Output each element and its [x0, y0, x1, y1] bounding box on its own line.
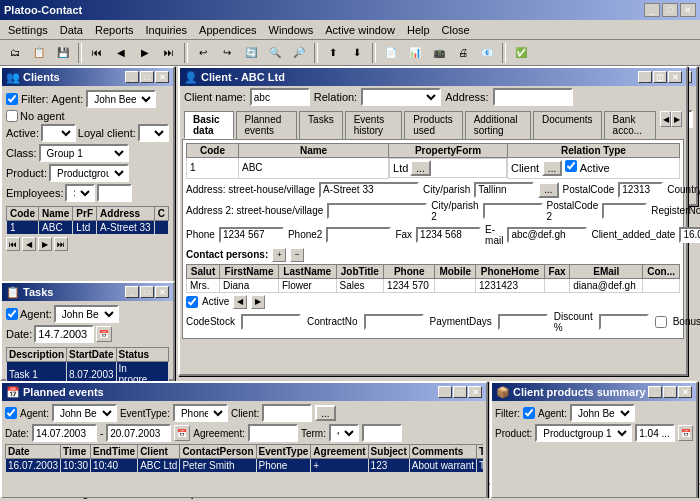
client-address-filter[interactable] — [493, 88, 573, 106]
planned-eventtype-select[interactable]: Phone — [173, 404, 228, 422]
scroll-left[interactable]: ◀ — [233, 295, 247, 309]
menu-settings[interactable]: Settings — [2, 22, 54, 38]
toolbar-btn-19[interactable]: 📧 — [476, 42, 498, 64]
active-checkbox[interactable] — [565, 160, 577, 172]
toolbar-btn-14[interactable]: ⬇ — [346, 42, 368, 64]
tasks-close[interactable]: ✕ — [155, 286, 169, 298]
planned-filter-checkbox[interactable] — [5, 407, 17, 419]
address2-input[interactable] — [327, 203, 427, 219]
toolbar-btn-17[interactable]: 📠 — [428, 42, 450, 64]
tabs-scroll-left[interactable]: ◀ — [660, 111, 671, 127]
menu-inquiries[interactable]: Inquiries — [140, 22, 194, 38]
nav-last[interactable]: ⏭ — [54, 237, 68, 251]
toolbar-btn-20[interactable]: ✅ — [510, 42, 532, 64]
minimize-button[interactable]: _ — [644, 3, 660, 17]
products-agent-select[interactable]: John Bee — [570, 404, 635, 422]
nav-prev[interactable]: ◀ — [22, 237, 36, 251]
planned-term-input[interactable] — [362, 424, 402, 442]
phone-input[interactable] — [219, 227, 284, 243]
products-date-input[interactable] — [635, 424, 675, 442]
active-select[interactable] — [41, 124, 76, 142]
planned-date-picker[interactable]: 📅 — [174, 425, 190, 441]
tasks-agent-select[interactable]: John Bee — [54, 305, 119, 323]
client-close[interactable]: ✕ — [668, 71, 682, 83]
planned-minimize[interactable]: _ — [438, 386, 452, 398]
tab-planned-events[interactable]: Planned events — [236, 111, 298, 139]
employees-input[interactable] — [97, 184, 132, 202]
tab-products-used[interactable]: Products used — [404, 111, 462, 139]
postal2-input[interactable] — [602, 203, 647, 219]
discount-input[interactable] — [599, 314, 649, 330]
tasks-date-picker[interactable]: 📅 — [96, 326, 112, 342]
products-close[interactable]: ✕ — [678, 386, 692, 398]
propform-btn[interactable]: ... — [410, 160, 430, 176]
nav-next[interactable]: ▶ — [38, 237, 52, 251]
city-btn[interactable]: ... — [538, 182, 558, 198]
planned-maximize[interactable]: □ — [453, 386, 467, 398]
address1-input[interactable] — [319, 182, 419, 198]
client-minimize[interactable]: _ — [638, 71, 652, 83]
tasks-minimize[interactable]: _ — [125, 286, 139, 298]
tab-basic-data[interactable]: Basic data — [184, 111, 234, 139]
city-input[interactable] — [474, 182, 534, 198]
toolbar-btn-2[interactable]: 📋 — [28, 42, 50, 64]
toolbar-btn-1[interactable]: 🗂 — [4, 42, 26, 64]
products-maximize[interactable]: □ — [663, 386, 677, 398]
city2-input[interactable] — [483, 203, 543, 219]
toolbar-btn-16[interactable]: 📊 — [404, 42, 426, 64]
planned-client-input[interactable] — [262, 404, 312, 422]
contact-remove[interactable]: − — [290, 248, 304, 262]
postal-input[interactable] — [618, 182, 663, 198]
phone2-input[interactable] — [326, 227, 391, 243]
toolbar-btn-5[interactable]: ◀ — [110, 42, 132, 64]
tab-events-history[interactable]: Events history — [345, 111, 403, 139]
clients-close[interactable]: ✕ — [155, 71, 169, 83]
toolbar-btn-11[interactable]: 🔍 — [264, 42, 286, 64]
tasks-date-input[interactable] — [34, 325, 94, 343]
bonus-checkbox[interactable] — [655, 316, 667, 328]
reltype-btn[interactable]: ... — [542, 160, 562, 176]
menu-windows[interactable]: Windows — [263, 22, 320, 38]
menu-help[interactable]: Help — [401, 22, 436, 38]
no-agent-checkbox[interactable] — [6, 110, 18, 122]
class-select[interactable]: Group 1 — [39, 144, 129, 162]
products-date-picker[interactable]: 📅 — [678, 425, 693, 441]
menu-appendices[interactable]: Appendices — [193, 22, 263, 38]
tab-documents[interactable]: Documents — [533, 111, 602, 139]
col-prf[interactable]: PrF — [73, 207, 97, 221]
col-c[interactable]: C — [154, 207, 168, 221]
table-row[interactable]: 1 ABC Ltd ... Client ... Active — [187, 158, 680, 179]
paymentdays-input[interactable] — [498, 314, 548, 330]
scroll-right[interactable]: ▶ — [251, 295, 265, 309]
tasks-col-start[interactable]: StartDate — [67, 348, 117, 362]
toolbar-btn-8[interactable]: ↩ — [192, 42, 214, 64]
product-select[interactable]: Productgroup 1 — [49, 164, 129, 182]
clients-maximize[interactable]: □ — [140, 71, 154, 83]
menu-active-window[interactable]: Active window — [319, 22, 401, 38]
toolbar-btn-15[interactable]: 📄 — [380, 42, 402, 64]
tasks-maximize[interactable]: □ — [140, 286, 154, 298]
toolbar-btn-13[interactable]: ⬆ — [322, 42, 344, 64]
tabs-scroll-right[interactable]: ▶ — [671, 111, 682, 127]
contact-active-checkbox[interactable] — [186, 296, 198, 308]
toolbar-btn-7[interactable]: ⏭ — [158, 42, 180, 64]
table-row[interactable]: 1 ABC Ltd A-Street 33 — [7, 221, 169, 235]
clients-minimize[interactable]: _ — [125, 71, 139, 83]
planned-term-op[interactable]: <= — [329, 424, 359, 442]
contractno-input[interactable] — [364, 314, 424, 330]
nav-first[interactable]: ⏮ — [6, 237, 20, 251]
table-row[interactable]: Mrs. Diana Flower Sales 1234 570 1231423… — [187, 278, 680, 292]
maximize-button[interactable]: □ — [662, 3, 678, 17]
menu-close[interactable]: Close — [436, 22, 476, 38]
toolbar-btn-9[interactable]: ↪ — [216, 42, 238, 64]
toolbar-btn-3[interactable]: 💾 — [52, 42, 74, 64]
tasks-col-desc[interactable]: Description — [7, 348, 67, 362]
tasks-filter-checkbox[interactable] — [6, 308, 18, 320]
planned-date-to[interactable] — [106, 424, 171, 442]
menu-reports[interactable]: Reports — [89, 22, 140, 38]
products-product-select[interactable]: Productgroup 1 — [535, 424, 632, 442]
planned-agreement-input[interactable] — [248, 424, 298, 442]
codestock-input[interactable] — [241, 314, 301, 330]
added-date-input[interactable] — [679, 227, 700, 243]
toolbar-btn-6[interactable]: ▶ — [134, 42, 156, 64]
